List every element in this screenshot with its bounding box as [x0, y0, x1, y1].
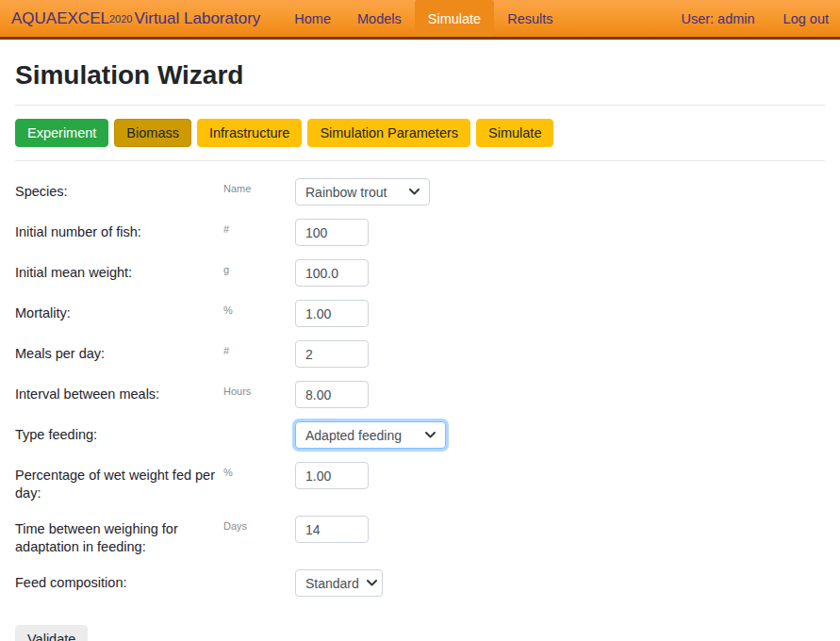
nav-links: Home Models Simulate Results [281, 0, 566, 37]
form-row-initial-weight: Initial mean weight: g [15, 259, 825, 287]
main-content: Simulation Wizard Experiment Biomass Inf… [0, 60, 840, 641]
form-row-percentage-wet-weight: Percentage of wet weight fed per day: % [15, 462, 825, 502]
brand[interactable]: AQUAEXCEL2020 Virtual Laboratory [11, 0, 260, 37]
species-label: Species: [15, 178, 223, 201]
user-label: User: admin [681, 11, 754, 26]
chevron-down-icon [425, 432, 436, 438]
interval-meals-label: Interval between meals: [15, 381, 223, 403]
feed-composition-select[interactable]: Standard [295, 569, 383, 597]
biomass-form: Species: Name Rainbow trout Initial numb… [15, 178, 825, 641]
brand-sup: 2020 [109, 13, 132, 25]
species-select[interactable]: Rainbow trout [295, 178, 430, 205]
initial-number-label: Initial number of fish: [15, 219, 223, 241]
page-title: Simulation Wizard [15, 60, 825, 90]
percentage-wet-weight-input[interactable] [295, 462, 369, 489]
percentage-wet-weight-label: Percentage of wet weight fed per day: [15, 462, 223, 502]
feed-composition-unit [223, 569, 295, 574]
mortality-input[interactable] [295, 300, 369, 327]
type-feeding-label: Type feeding: [15, 421, 223, 444]
step-infrastructure-button[interactable]: Infrastructure [197, 119, 302, 147]
validate-button[interactable]: Validate [15, 625, 88, 641]
type-feeding-unit [223, 421, 295, 426]
step-experiment-button[interactable]: Experiment [15, 119, 108, 147]
species-unit: Name [223, 178, 295, 194]
nav-item-home[interactable]: Home [281, 0, 344, 37]
top-navbar: AQUAEXCEL2020 Virtual Laboratory Home Mo… [0, 0, 840, 40]
interval-meals-unit: Hours [223, 381, 295, 397]
step-simulation-parameters-button[interactable]: Simulation Parameters [307, 119, 470, 147]
form-row-time-between-weighing: Time between weighing for adaptation in … [15, 516, 825, 556]
form-row-feed-composition: Feed composition: Standard [15, 569, 825, 597]
initial-number-of-fish-input[interactable] [295, 219, 369, 246]
meals-per-day-input[interactable] [295, 340, 369, 368]
time-between-weighing-label: Time between weighing for adaptation in … [15, 516, 223, 556]
initial-number-unit: # [223, 219, 295, 235]
step-simulate-button[interactable]: Simulate [476, 119, 553, 147]
brand-name: AQUAEXCEL [11, 9, 109, 28]
logout-link[interactable]: Log out [783, 11, 829, 26]
feed-composition-label: Feed composition: [15, 569, 223, 592]
initial-mean-weight-input[interactable] [295, 259, 369, 287]
time-between-weighing-unit: Days [223, 516, 295, 532]
divider-steps [15, 160, 825, 161]
step-biomass-button[interactable]: Biomass [114, 119, 191, 147]
meals-per-day-label: Meals per day: [15, 340, 223, 363]
meals-per-day-unit: # [223, 340, 295, 356]
form-row-type-feeding: Type feeding: Adapted feeding [15, 421, 825, 449]
type-feeding-select-value: Adapted feeding [305, 428, 402, 443]
form-row-mortality: Mortality: % [15, 300, 825, 327]
nav-item-models[interactable]: Models [344, 0, 415, 37]
nav-item-simulate[interactable]: Simulate [415, 0, 494, 37]
type-feeding-select[interactable]: Adapted feeding [295, 421, 446, 449]
chevron-down-icon [367, 580, 377, 586]
mortality-label: Mortality: [15, 300, 223, 322]
chevron-down-icon [409, 189, 420, 195]
form-row-initial-number: Initial number of fish: # [15, 219, 825, 246]
wizard-steps: Experiment Biomass Infrastructure Simula… [15, 119, 825, 147]
mortality-unit: % [223, 300, 295, 316]
time-between-weighing-input[interactable] [295, 516, 369, 543]
feed-composition-select-value: Standard [305, 576, 359, 591]
form-row-interval-meals: Interval between meals: Hours [15, 381, 825, 408]
percentage-wet-weight-unit: % [223, 462, 295, 478]
interval-between-meals-input[interactable] [295, 381, 369, 408]
brand-suffix: Virtual Laboratory [134, 9, 260, 28]
divider-top [15, 105, 825, 106]
form-row-species: Species: Name Rainbow trout [15, 178, 825, 205]
initial-weight-unit: g [223, 259, 295, 275]
nav-right: User: admin Log out [681, 0, 829, 37]
nav-item-results[interactable]: Results [494, 0, 566, 37]
initial-weight-label: Initial mean weight: [15, 259, 223, 282]
form-row-meals-per-day: Meals per day: # [15, 340, 825, 368]
species-select-value: Rainbow trout [305, 185, 387, 200]
